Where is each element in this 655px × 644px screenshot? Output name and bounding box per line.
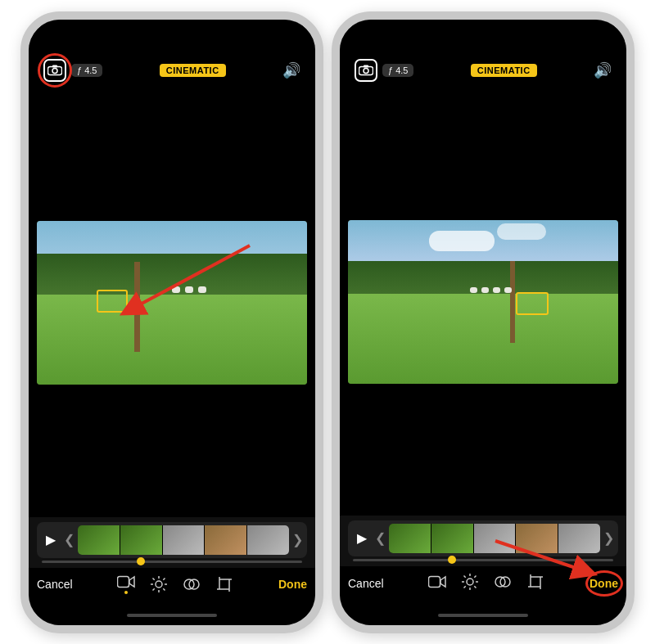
cancel-button-left[interactable]: Cancel — [37, 578, 73, 591]
svg-line-33 — [464, 586, 466, 588]
home-bar-line-right — [438, 614, 528, 617]
svg-line-12 — [164, 588, 165, 590]
filter-tool-left[interactable] — [183, 575, 201, 593]
svg-point-25 — [467, 579, 473, 585]
timeline-section-right: ▶ ❮ ❯ — [340, 516, 626, 566]
crop-tool-right[interactable] — [526, 573, 544, 594]
brightness-tool-left[interactable] — [150, 575, 168, 593]
scrubber-area-left — [37, 558, 307, 565]
main-container: ƒ 4.5 CINEMATIC 🔊 — [0, 0, 655, 644]
sheep-box-left — [97, 290, 128, 313]
svg-line-31 — [475, 586, 477, 588]
top-left-group-right: ƒ 4.5 — [355, 59, 413, 82]
film-frame-1-left — [78, 525, 120, 555]
phone-right-inner: ƒ 4.5 CINEMATIC 🔊 — [340, 20, 626, 625]
phone-left-frame: ƒ 4.5 CINEMATIC 🔊 — [20, 11, 323, 633]
svg-line-32 — [475, 575, 477, 577]
scrubber-dot-left — [137, 557, 145, 565]
phone-left-inner: ƒ 4.5 CINEMATIC 🔊 — [29, 20, 315, 625]
sheep-group-right — [470, 287, 512, 293]
home-bar-right — [340, 606, 626, 625]
play-button-left[interactable]: ▶ — [41, 529, 61, 551]
speaker-icon-right: 🔊 — [594, 61, 612, 79]
chevron-right-left[interactable]: ❯ — [292, 532, 303, 547]
svg-line-30 — [464, 575, 466, 577]
timeline-section-left: ▶ ❮ ❯ — [29, 517, 315, 568]
brightness-tool-right[interactable] — [461, 573, 479, 594]
video-thumbnail-left — [37, 221, 307, 385]
video-tool-right[interactable] — [428, 574, 446, 592]
fence-post-right — [510, 261, 515, 343]
video-area-left — [29, 88, 315, 517]
film-frame-2-right — [431, 524, 473, 553]
play-button-right[interactable]: ▶ — [352, 527, 372, 549]
home-bar-left — [29, 606, 315, 625]
bottom-toolbar-right: Cancel — [340, 566, 626, 606]
phone-right: ƒ 4.5 CINEMATIC 🔊 — [332, 11, 635, 633]
film-frame-4-right — [516, 524, 558, 553]
video-tool-left[interactable] — [117, 574, 135, 594]
timeline-bar-left[interactable]: ▶ ❮ ❯ — [37, 522, 307, 558]
video-tool-dot-left — [124, 591, 128, 594]
cinematic-badge-right: CINEMATIC — [471, 64, 537, 77]
phone-left: ƒ 4.5 CINEMATIC 🔊 — [20, 11, 323, 633]
field-left — [37, 295, 307, 385]
cinematic-badge-left: CINEMATIC — [160, 64, 226, 77]
cinematic-camera-icon-right[interactable] — [355, 59, 377, 82]
f-stop-badge-right: ƒ 4.5 — [382, 64, 413, 77]
svg-line-14 — [153, 588, 155, 590]
svg-line-13 — [164, 578, 165, 579]
film-frame-5-left — [247, 525, 289, 555]
film-frame-3-right — [474, 524, 516, 553]
svg-rect-5 — [118, 576, 129, 587]
landscape-left — [37, 221, 307, 385]
bottom-toolbar-left: Cancel — [29, 568, 315, 606]
cloud-1-right — [429, 231, 495, 251]
cinematic-camera-icon[interactable] — [43, 59, 66, 82]
svg-rect-2 — [52, 65, 57, 67]
fence-post-left — [134, 262, 140, 352]
cloud-2-right — [497, 223, 546, 240]
video-thumbnail-right — [348, 220, 618, 384]
filmstrip-left — [78, 525, 289, 555]
svg-rect-23 — [364, 65, 368, 67]
svg-rect-24 — [429, 576, 440, 587]
scrubber-track-right[interactable] — [353, 559, 613, 561]
chevron-right-right[interactable]: ❯ — [603, 530, 614, 546]
film-frame-5-right — [558, 524, 600, 553]
done-button-wrapper-right: Done — [590, 576, 618, 591]
notch-right — [446, 28, 520, 49]
video-area-right — [340, 88, 626, 516]
svg-point-22 — [364, 68, 368, 73]
done-button-right[interactable]: Done — [590, 577, 618, 590]
chevron-left-left[interactable]: ❮ — [64, 532, 75, 547]
phone-right-frame: ƒ 4.5 CINEMATIC 🔊 — [332, 11, 635, 633]
filmstrip-right — [389, 524, 600, 553]
speaker-icon-left: 🔊 — [282, 61, 300, 79]
svg-point-6 — [156, 581, 162, 588]
film-frame-2-left — [120, 525, 162, 555]
done-button-left[interactable]: Done — [278, 578, 307, 591]
svg-point-1 — [52, 68, 57, 73]
home-bar-line-left — [127, 614, 217, 617]
scrubber-area-right — [348, 556, 618, 563]
notch-left — [135, 28, 209, 49]
svg-line-11 — [153, 578, 155, 579]
cancel-button-right[interactable]: Cancel — [348, 577, 384, 590]
film-frame-3-left — [163, 525, 205, 555]
landscape-right — [348, 220, 618, 384]
sheep-group-left — [172, 286, 206, 293]
crop-tool-left[interactable] — [215, 575, 233, 593]
film-frame-1-right — [389, 524, 431, 553]
top-left-group: ƒ 4.5 — [43, 59, 102, 82]
film-frame-4-left — [205, 525, 246, 555]
scrubber-track-left[interactable] — [42, 561, 302, 563]
scrubber-dot-right — [448, 556, 456, 564]
sheep-box-right — [516, 292, 549, 315]
field-right — [348, 294, 618, 384]
filter-tool-right[interactable] — [494, 573, 512, 594]
chevron-left-right[interactable]: ❮ — [375, 530, 386, 546]
f-stop-badge-left: ƒ 4.5 — [71, 64, 102, 77]
timeline-bar-right[interactable]: ▶ ❮ ❯ — [348, 520, 618, 556]
